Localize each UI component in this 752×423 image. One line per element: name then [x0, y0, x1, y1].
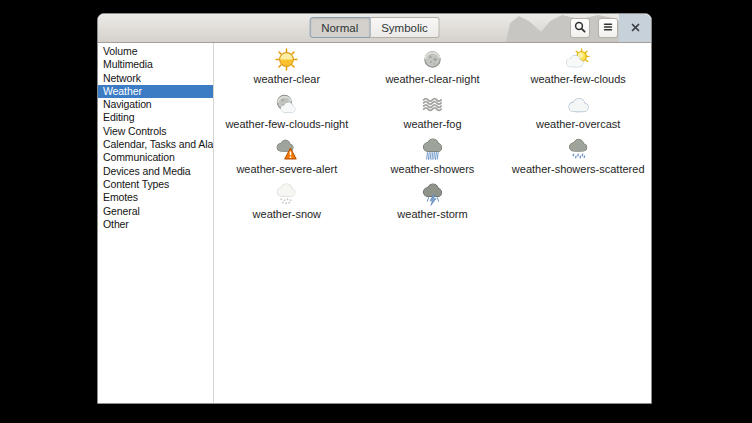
icon-name-label: weather-overcast	[536, 118, 620, 130]
toggle-normal-button[interactable]: Normal	[309, 17, 370, 38]
weather-fog-icon	[419, 91, 445, 117]
sidebar-item-editing[interactable]: Editing	[98, 111, 213, 124]
icon-name-label: weather-severe-alert	[236, 163, 337, 175]
icon-name-label: weather-few-clouds	[530, 73, 625, 85]
icon-grid-item[interactable]: weather-showers	[360, 136, 506, 181]
icon-browser-window: Normal Symbolic	[97, 13, 652, 404]
view-toggle-group: Normal Symbolic	[309, 17, 440, 38]
icon-name-label: weather-few-clouds-night	[225, 118, 348, 130]
sidebar-item-communication[interactable]: Communication	[98, 151, 213, 164]
icon-grid-item[interactable]: weather-snow	[214, 181, 360, 226]
weather-showers-icon	[419, 136, 445, 162]
icon-name-label: weather-clear-night	[385, 73, 479, 85]
icon-grid-item[interactable]: weather-severe-alert	[214, 136, 360, 181]
weather-overcast-icon	[565, 91, 591, 117]
search-button[interactable]	[570, 18, 590, 38]
sidebar-item-content-types[interactable]: Content Types	[98, 178, 213, 191]
sidebar-item-network[interactable]: Network	[98, 72, 213, 85]
menu-button[interactable]	[598, 18, 618, 38]
icon-name-label: weather-snow	[253, 208, 321, 220]
icon-name-label: weather-showers	[391, 163, 475, 175]
sidebar-item-general[interactable]: General	[98, 205, 213, 218]
search-icon	[574, 21, 586, 36]
close-icon	[630, 21, 641, 36]
weather-showers-scattered-icon	[565, 136, 591, 162]
icon-grid-item[interactable]: weather-overcast	[505, 91, 651, 136]
main-content: VolumeMultimediaNetworkWeatherNavigation…	[98, 43, 651, 403]
sidebar-item-navigation[interactable]: Navigation	[98, 98, 213, 111]
sidebar-list: VolumeMultimediaNetworkWeatherNavigation…	[98, 43, 214, 403]
toggle-symbolic-button[interactable]: Symbolic	[370, 17, 440, 38]
icon-name-label: weather-clear	[254, 73, 321, 85]
close-button[interactable]	[626, 19, 644, 37]
header-controls	[570, 18, 644, 38]
weather-storm-icon	[419, 181, 445, 207]
icon-grid-item[interactable]: weather-few-clouds-night	[214, 91, 360, 136]
sidebar-item-other[interactable]: Other	[98, 218, 213, 231]
sidebar-item-emotes[interactable]: Emotes	[98, 191, 213, 204]
weather-severe-alert-icon	[274, 136, 300, 162]
weather-clear-night-icon	[419, 46, 445, 72]
sidebar-item-devices-and-media[interactable]: Devices and Media	[98, 165, 213, 178]
sidebar-item-volume[interactable]: Volume	[98, 45, 213, 58]
weather-snow-icon	[274, 181, 300, 207]
headerbar: Normal Symbolic	[98, 14, 651, 43]
sidebar-item-weather[interactable]: Weather	[98, 85, 213, 98]
icon-name-label: weather-fog	[403, 118, 461, 130]
weather-few-clouds-icon	[565, 46, 591, 72]
icon-grid-item[interactable]: weather-few-clouds	[505, 46, 651, 91]
sidebar-item-calendar-tasks-and-alarms[interactable]: Calendar, Tasks and Alarms	[98, 138, 213, 151]
icon-grid-item[interactable]: weather-clear	[214, 46, 360, 91]
menu-icon	[602, 21, 614, 36]
icon-grid-item[interactable]: weather-showers-scattered	[505, 136, 651, 181]
sidebar-item-view-controls[interactable]: View Controls	[98, 125, 213, 138]
weather-few-clouds-night-icon	[274, 91, 300, 117]
icon-grid-item[interactable]: weather-storm	[360, 181, 506, 226]
icon-name-label: weather-storm	[397, 208, 467, 220]
icon-grid-item[interactable]: weather-clear-night	[360, 46, 506, 91]
icon-grid: weather-clear weather-clear-night weathe…	[214, 43, 651, 403]
icon-grid-item[interactable]: weather-fog	[360, 91, 506, 136]
icon-name-label: weather-showers-scattered	[512, 163, 645, 175]
weather-clear-icon	[274, 46, 300, 72]
sidebar-item-multimedia[interactable]: Multimedia	[98, 58, 213, 71]
